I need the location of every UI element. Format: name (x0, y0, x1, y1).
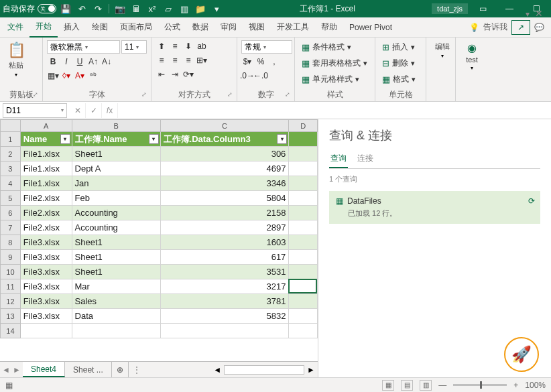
row-header[interactable]: 13 (1, 309, 21, 324)
cell[interactable]: File2.xlsx (20, 220, 72, 235)
tellme-label[interactable]: 告诉我 (483, 21, 507, 33)
delete-cells-button[interactable]: ⊟删除 ▾ (379, 56, 418, 70)
launcher-icon[interactable]: ⤢ (285, 91, 290, 98)
tab-help[interactable]: 帮助 (315, 17, 343, 38)
cell[interactable]: File1.xlsx (20, 147, 72, 161)
cell[interactable]: Mar (72, 279, 160, 294)
select-all-corner[interactable] (1, 120, 21, 132)
sheet-tab[interactable]: Sheet ... (65, 362, 112, 377)
number-format-dropdown[interactable]: 常规▾ (241, 40, 292, 54)
h-scrollbar[interactable] (224, 365, 304, 375)
view-page-icon[interactable]: ▤ (401, 380, 413, 391)
cancel-formula-icon[interactable]: ✕ (70, 103, 86, 118)
view-break-icon[interactable]: ▥ (420, 380, 432, 391)
font-size-dropdown[interactable]: 11▾ (121, 40, 147, 54)
underline-button[interactable]: U (74, 56, 86, 68)
row-header[interactable]: 5 (1, 191, 21, 206)
redo-icon[interactable]: ↷ (91, 2, 105, 15)
launcher-icon[interactable]: ⤢ (33, 91, 38, 98)
clear-icon[interactable]: ▱ (162, 2, 175, 15)
row-header[interactable]: 12 (1, 294, 21, 309)
cell[interactable] (289, 206, 318, 220)
align-left-button[interactable]: ≡ (156, 54, 168, 66)
tellme-icon[interactable]: 💡 (469, 23, 479, 32)
inc-decimal-button[interactable]: .0→ (241, 70, 253, 82)
launcher-icon[interactable]: ⤢ (227, 91, 233, 98)
cell[interactable]: File3.xlsx (20, 279, 72, 294)
folder-icon[interactable]: 📁 (194, 2, 207, 15)
row-header[interactable]: 9 (1, 250, 21, 265)
share-button[interactable]: ↗ (511, 20, 530, 35)
edit-button[interactable]: 编辑▾ (430, 40, 454, 60)
cell[interactable] (289, 147, 318, 161)
refresh-icon[interactable]: ⟳ (528, 196, 535, 206)
minimize-icon[interactable]: — (497, 0, 522, 17)
cell[interactable] (289, 161, 318, 176)
status-mode-icon[interactable]: ▦ (5, 381, 13, 390)
filter-button[interactable]: ▾ (277, 134, 287, 144)
inc-font-button[interactable]: A↑ (87, 56, 99, 68)
cell[interactable]: Data (72, 309, 160, 324)
pane-menu-icon[interactable]: ▾ (526, 9, 530, 19)
calc-icon[interactable]: 🖩 (129, 2, 143, 15)
cell[interactable] (289, 132, 318, 147)
align-right-button[interactable]: ≡ (182, 54, 194, 66)
merge-button[interactable]: ⊞▾ (196, 54, 208, 66)
save-icon[interactable]: 💾 (59, 2, 72, 15)
tab-layout[interactable]: 页面布局 (114, 17, 158, 38)
table-header-cell[interactable]: 工作簿.Data.Column3▾ (160, 132, 289, 147)
camera-icon[interactable]: 📷 (113, 2, 127, 15)
sheet-tab-active[interactable]: Sheet4 (23, 362, 65, 377)
ribbon-mode-icon[interactable]: ▭ (471, 0, 495, 17)
cond-format-button[interactable]: ▦条件格式 ▾ (299, 40, 370, 54)
italic-button[interactable]: I (60, 56, 72, 68)
tab-scroll-icon[interactable]: ⋮ (129, 365, 145, 375)
cell[interactable]: Sheet1 (72, 235, 160, 250)
col-header[interactable]: B (72, 120, 160, 132)
launcher-icon[interactable]: ⤢ (141, 91, 147, 98)
border-button[interactable]: ▦▾ (47, 70, 59, 82)
cell[interactable]: File2.xlsx (20, 191, 72, 206)
format-cells-button[interactable]: ▦格式 ▾ (379, 72, 418, 86)
cell[interactable]: Accounting (72, 220, 160, 235)
comments-icon[interactable]: 💬 (534, 23, 544, 32)
indent-inc-button[interactable]: ⇥ (169, 68, 181, 80)
filter-button[interactable]: ▾ (60, 134, 70, 144)
fx-icon[interactable]: fx (102, 103, 118, 118)
row-header[interactable]: 11 (1, 279, 21, 294)
query-item[interactable]: ▦DataFiles⟳ 已加载 12 行。 (329, 191, 540, 224)
tab-dev[interactable]: 开发工具 (271, 17, 315, 38)
table-format-button[interactable]: ▦套用表格格式 ▾ (299, 56, 370, 70)
more-icon[interactable]: ▾ (210, 2, 223, 15)
filter-button[interactable]: ▾ (149, 134, 159, 144)
col-header[interactable]: C (160, 120, 289, 132)
rocket-overlay-icon[interactable]: 🚀 (504, 337, 539, 372)
paste-button[interactable]: 📋粘贴▾ (4, 40, 28, 79)
cell[interactable] (289, 176, 318, 191)
cell[interactable] (289, 220, 318, 235)
wrap-button[interactable]: ab (196, 40, 208, 52)
cell[interactable]: File3.xlsx (20, 309, 72, 324)
cell[interactable]: Sheet1 (72, 147, 160, 161)
tab-nav-prev-icon[interactable]: ◄ (2, 365, 10, 375)
scroll-right-icon[interactable]: ► (307, 365, 315, 375)
test-button[interactable]: ◉test▾ (460, 40, 484, 72)
cell[interactable]: 3217 (160, 279, 289, 294)
row-header[interactable]: 6 (1, 206, 21, 220)
tab-view[interactable]: 视图 (243, 17, 271, 38)
cell[interactable] (289, 265, 318, 279)
row-header[interactable]: 4 (1, 176, 21, 191)
align-center-button[interactable]: ≡ (169, 54, 181, 66)
row-header[interactable]: 8 (1, 235, 21, 250)
tab-file[interactable]: 文件 (1, 17, 29, 38)
row-header[interactable]: 14 (1, 324, 21, 338)
spreadsheet-grid[interactable]: ABCD1Name▾工作簿.Name▾工作簿.Data.Column3▾2Fil… (0, 119, 318, 361)
cell[interactable]: 2897 (160, 220, 289, 235)
scroll-left-icon[interactable]: ◄ (213, 365, 221, 375)
zoom-level[interactable]: 100% (525, 381, 546, 390)
cell-style-button[interactable]: ▦单元格样式 ▾ (299, 72, 370, 86)
row-header[interactable]: 2 (1, 147, 21, 161)
cell[interactable]: Sales (72, 294, 160, 309)
dec-decimal-button[interactable]: ←.0 (255, 70, 267, 82)
cell[interactable]: 3781 (160, 294, 289, 309)
